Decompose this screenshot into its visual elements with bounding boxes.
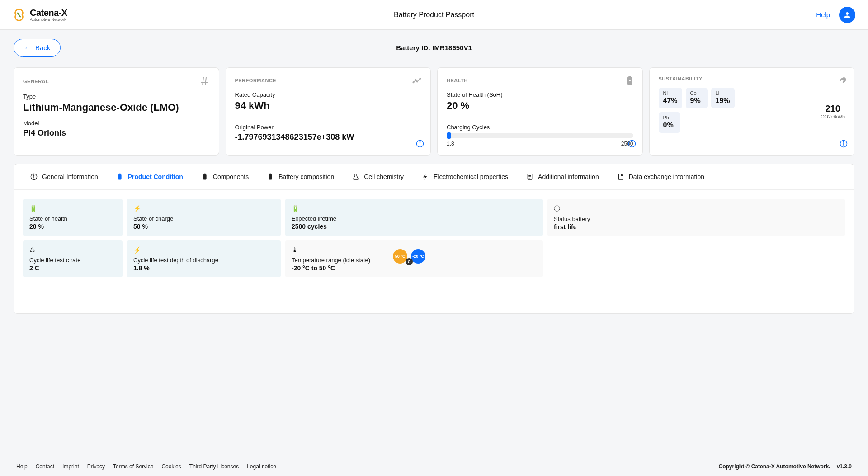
capacity-label: Rated Capacity	[235, 91, 422, 98]
capacity-value: 94 kWh	[235, 100, 422, 112]
file-icon	[617, 173, 624, 180]
info-icon	[30, 173, 38, 180]
cycles-progress	[447, 133, 633, 138]
help-link[interactable]: Help	[816, 11, 830, 19]
bolt-icon: ⚡	[133, 205, 141, 212]
soh-label: State of Health (SoH)	[447, 91, 633, 98]
tabs: General Information Product Condition Co…	[14, 164, 854, 190]
tab-product-condition[interactable]: Product Condition	[109, 164, 190, 189]
battery-icon	[201, 173, 208, 180]
user-avatar[interactable]	[839, 7, 855, 23]
tab-data-exchange[interactable]: Data exchange information	[610, 164, 712, 189]
arrow-left-icon: ←	[24, 44, 31, 52]
power-value: -1.7976931348623157e+308 kW	[235, 132, 422, 142]
svg-rect-12	[628, 76, 631, 77]
svg-point-5	[415, 80, 416, 81]
co2-value: 210	[821, 104, 845, 114]
card-sustainability: SUSTAINABILITY Ni 47% Co 9% Li 19% Pb	[649, 67, 855, 156]
bolt-icon: ⚡	[133, 246, 141, 254]
model-label: Model	[23, 120, 210, 127]
lock-icon: C	[406, 258, 413, 265]
info-icon[interactable]	[416, 140, 424, 150]
info-icon[interactable]	[628, 140, 636, 150]
chip-ni: Ni 47%	[659, 88, 682, 108]
tab-general-information[interactable]: General Information	[23, 164, 105, 189]
svg-point-19	[843, 142, 844, 143]
tile-lifetime: 🔋 Expected lifetime 2500 cycles	[285, 199, 543, 236]
svg-point-10	[420, 142, 420, 143]
type-label: Type	[23, 93, 210, 100]
card-title-general: GENERAL	[23, 79, 49, 84]
card-title-health: HEALTH	[447, 78, 468, 83]
back-label: Back	[35, 44, 50, 52]
tile-dod: ⚡ Cycle life test depth of discharge 1.8…	[127, 240, 281, 277]
battery-icon	[116, 173, 123, 180]
thermometer-icon: 🌡	[292, 246, 298, 254]
svg-point-16	[632, 142, 632, 143]
card-title-performance: PERFORMANCE	[235, 78, 277, 83]
tile-temp: 🌡 Temperature range (idle state) -20 °C …	[285, 240, 543, 277]
svg-point-7	[420, 78, 421, 80]
person-icon	[843, 11, 851, 19]
info-icon: ⓘ	[554, 205, 560, 212]
recycle-icon: ♺	[29, 246, 35, 254]
svg-rect-28	[270, 174, 271, 174]
model-value: Pi4 Orionis	[23, 128, 210, 138]
temp-graphic: 50 °C C -20 °C	[393, 249, 425, 264]
svg-rect-24	[119, 174, 120, 174]
logo-icon	[13, 9, 25, 21]
tile-crate: ♺ Cycle life test c rate 2 C	[23, 240, 123, 277]
tab-additional[interactable]: Additional information	[519, 164, 606, 189]
battery-icon	[267, 173, 274, 180]
svg-point-6	[417, 81, 418, 82]
battery-icon: 🔋	[292, 205, 299, 212]
chip-pb: Pb 0%	[659, 112, 680, 133]
svg-line-2	[203, 77, 203, 85]
bolt-icon	[422, 173, 429, 180]
tile-soc: ⚡ State of charge 50 %	[127, 199, 281, 236]
svg-rect-13	[629, 80, 631, 81]
svg-line-3	[205, 77, 206, 85]
type-value: Lithium-Manganese-Oxide (LMO)	[23, 102, 210, 113]
tile-soh: 🔋 State of health 20 %	[23, 199, 123, 236]
info-icon[interactable]	[840, 140, 848, 150]
tab-cell-chemistry[interactable]: Cell chemistry	[345, 164, 411, 189]
cycles-label: Charging Cycles	[447, 124, 633, 131]
svg-rect-27	[269, 174, 272, 180]
battery-icon	[626, 76, 633, 85]
tab-battery-composition[interactable]: Battery composition	[259, 164, 341, 189]
co2-unit: CO2e/kWh	[821, 114, 845, 119]
chip-co: Co 9%	[686, 88, 708, 108]
tile-status: ⓘ Status battery first life	[547, 199, 845, 236]
leaf-icon	[838, 74, 847, 83]
svg-point-22	[33, 175, 34, 175]
flask-icon	[352, 173, 359, 180]
cycles-min: 1.8	[447, 141, 454, 147]
hash-icon	[199, 76, 210, 87]
battery-icon: 🔋	[29, 205, 37, 212]
battery-id: Battery ID: IMR18650V1	[396, 44, 472, 52]
card-performance: PERFORMANCE Rated Capacity 94 kWh Origin…	[226, 67, 431, 156]
tab-electrochemical[interactable]: Electrochemical properties	[415, 164, 515, 189]
soh-value: 20 %	[447, 100, 633, 112]
logo-text: Catena-X	[30, 8, 67, 18]
tabs-panel: General Information Product Condition Co…	[14, 164, 854, 314]
app-header: Catena-X Automotive Network Battery Prod…	[0, 0, 868, 30]
trend-icon	[412, 76, 421, 85]
svg-rect-23	[118, 174, 121, 180]
back-button[interactable]: ← Back	[14, 39, 61, 57]
svg-rect-25	[203, 174, 206, 180]
temp-min-badge: -20 °C	[411, 249, 425, 264]
svg-rect-26	[204, 174, 205, 174]
tab-components[interactable]: Components	[194, 164, 256, 189]
card-title-sustainability: SUSTAINABILITY	[659, 76, 703, 81]
svg-point-4	[413, 82, 414, 83]
card-general: GENERAL Type Lithium-Manganese-Oxide (LM…	[14, 67, 219, 156]
chip-li: Li 19%	[711, 88, 735, 108]
logo-subtitle: Automotive Network	[30, 17, 67, 22]
logo[interactable]: Catena-X Automotive Network	[13, 8, 67, 22]
power-label: Original Power	[235, 124, 422, 131]
card-health: HEALTH State of Health (SoH) 20 % Chargi…	[437, 67, 643, 156]
document-icon	[526, 173, 533, 180]
page-title: Battery Product Passport	[394, 11, 474, 19]
